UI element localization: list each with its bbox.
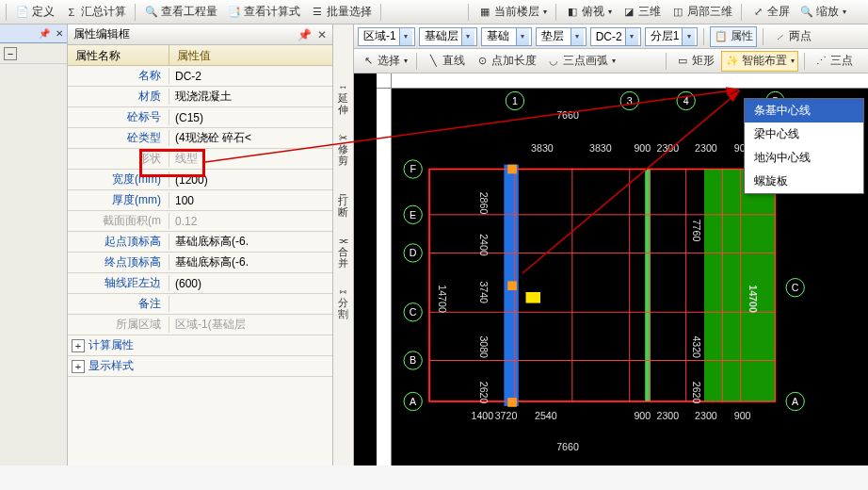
property-panel: 属性编辑框 📌✕ 属性名称 属性值 名称DC-2材质现浇混凝土砼标号(C15)砼… [68, 24, 333, 466]
prop-value[interactable]: 100 [169, 194, 332, 207]
property-row[interactable]: 材质现浇混凝土 [68, 87, 332, 107]
vtool-extend[interactable]: ↔延伸 [333, 81, 353, 115]
btn-property[interactable]: 📋属性 [710, 26, 757, 47]
svg-text:2300: 2300 [695, 410, 717, 421]
batch-icon: ☰ [310, 5, 325, 20]
btn-smart[interactable]: ✨智能布置▾ [721, 51, 798, 72]
prop-value[interactable]: (600) [169, 277, 332, 290]
svg-text:7760: 7760 [691, 220, 702, 242]
btn-line[interactable]: ╲直线 [423, 51, 468, 72]
vtool-break[interactable]: ⎯打断 [333, 184, 353, 218]
menu-item-lzxx[interactable]: 梁中心线 [745, 122, 863, 146]
btn-3pt[interactable]: ⋰三点 [811, 51, 856, 72]
prop-value[interactable]: 基础底标高(-6. [169, 234, 332, 250]
svg-rect-45 [507, 165, 517, 174]
prop-label: 砼类型 [68, 130, 169, 146]
property-rows: 名称DC-2材质现浇混凝土砼标号(C15)砼类型(4现浇砼 碎石<形状线型宽度(… [68, 66, 332, 335]
menu-item-dgzxx[interactable]: 地沟中心线 [745, 146, 863, 170]
combo-dc2[interactable]: DC-2▾ [590, 27, 641, 46]
prop-label: 形状 [68, 151, 169, 167]
svg-point-32 [404, 392, 422, 410]
svg-text:3740: 3740 [478, 281, 490, 303]
prop-value[interactable]: 0.12 [169, 215, 332, 228]
cube-icon: ◪ [621, 5, 636, 20]
svg-text:2620: 2620 [478, 382, 490, 404]
close-icon[interactable]: ✕ [56, 28, 63, 39]
prop-value[interactable]: DC-2 [169, 70, 332, 83]
pin-icon[interactable]: 📌 [297, 28, 312, 41]
prop-icon: 📋 [714, 29, 729, 44]
tree-calc[interactable]: +计算属性 [68, 335, 332, 356]
combo-basement[interactable]: 基础层▾ [419, 27, 477, 46]
col-value: 属性值 [169, 45, 332, 65]
prop-value[interactable]: (1200) [169, 173, 332, 187]
pin-icon[interactable]: 📌 [39, 28, 50, 39]
btn-zoom[interactable]: 🔍缩放▾ [796, 2, 849, 23]
fullscreen-icon: ⤢ [750, 5, 765, 20]
btn-formula[interactable]: 📑查看计算式 [224, 2, 303, 23]
btn-local3d[interactable]: ◫局部三维 [667, 2, 735, 23]
vtool-split[interactable]: ⑅分割 [333, 286, 353, 319]
property-row[interactable]: 备注 [68, 294, 332, 315]
prop-label: 终点顶标高 [68, 254, 169, 270]
property-row[interactable]: 砼类型(4现浇砼 碎石< [68, 128, 332, 149]
menu-item-lxb[interactable]: 螺旋板 [745, 170, 863, 193]
toolbar-layer: 区域-1▾ 基础层▾ 基础▾ 垫层▾ DC-2▾ 分层1▾ 📋属性 ⟋两点 [354, 24, 868, 49]
toolbar-main: 📄定义 Σ汇总计算 🔍查看工程量 📑查看计算式 ☰批量选择 ▦当前楼层▾ ◧俯视… [0, 0, 868, 24]
property-row[interactable]: 砼标号(C15) [68, 107, 332, 128]
formula-icon: 📑 [227, 5, 242, 20]
prop-value[interactable]: 线型 [169, 151, 332, 167]
combo-cushion[interactable]: 垫层▾ [536, 27, 587, 46]
property-row[interactable]: 截面面积(m0.12 [68, 211, 332, 232]
svg-text:A: A [792, 396, 799, 407]
btn-sumcalc[interactable]: Σ汇总计算 [61, 2, 129, 23]
menu-item-tjzxx[interactable]: 条基中心线 [745, 99, 863, 122]
svg-rect-46 [507, 281, 517, 290]
svg-text:4320: 4320 [691, 335, 702, 358]
btn-curfloor[interactable]: ▦当前楼层▾ [474, 2, 550, 23]
property-row[interactable]: 起点顶标高基础底标高(-6. [68, 232, 332, 253]
expand-icon[interactable]: + [72, 339, 85, 352]
prop-label: 材质 [68, 89, 169, 105]
btn-extend[interactable]: ⊙点加长度 [472, 51, 539, 72]
btn-arc[interactable]: ◡三点画弧▾ [543, 51, 619, 72]
prop-value[interactable]: (4现浇砼 碎石< [169, 130, 332, 146]
svg-text:A: A [410, 396, 417, 407]
property-row[interactable]: 厚度(mm)100 [68, 190, 332, 211]
prop-label: 厚度(mm) [68, 192, 169, 208]
prop-value[interactable]: (C15) [169, 111, 332, 124]
property-row[interactable]: 宽度(mm)(1200) [68, 170, 332, 190]
combo-foundation[interactable]: 基础▾ [481, 27, 532, 46]
vtool-trim[interactable]: ✂修剪 [333, 132, 353, 166]
btn-twopt[interactable]: ⟋两点 [769, 26, 814, 47]
smart-dropdown[interactable]: 条基中心线 梁中心线 地沟中心线 螺旋板 [744, 98, 864, 194]
btn-batch[interactable]: ☰批量选择 [307, 2, 375, 23]
property-row[interactable]: 终点顶标高基础底标高(-6. [68, 253, 332, 273]
combo-region[interactable]: 区域-1▾ [358, 27, 415, 46]
tree-display[interactable]: +显示样式 [68, 356, 332, 377]
btn-qty[interactable]: 🔍查看工程量 [141, 2, 220, 23]
main-layout: 📌 ✕ − 属性编辑框 📌✕ 属性名称 属性值 名称DC-2材质现浇混凝土砼标号… [0, 24, 868, 466]
col-name: 属性名称 [68, 45, 169, 65]
property-row[interactable]: 形状线型 [68, 149, 332, 170]
btn-full[interactable]: ⤢全屏 [747, 2, 793, 23]
btn-3d[interactable]: ◪三维 [619, 2, 664, 23]
svg-point-30 [404, 303, 422, 321]
property-row[interactable]: 所属区域区域-1(基础层 [68, 315, 332, 335]
expand-icon[interactable]: + [72, 360, 85, 373]
combo-sub1[interactable]: 分层1▾ [645, 27, 699, 46]
btn-define[interactable]: 📄定义 [12, 2, 57, 23]
btn-select[interactable]: ↖选择▾ [358, 51, 410, 72]
vtool-merge[interactable]: ⫘合并 [333, 235, 353, 269]
property-row[interactable]: 轴线距左边(600) [68, 273, 332, 294]
svg-text:7660: 7660 [556, 441, 579, 452]
btn-ortho[interactable]: ◧俯视▾ [562, 2, 615, 23]
prop-value[interactable]: 现浇混凝土 [169, 89, 332, 105]
prop-label: 起点顶标高 [68, 234, 169, 250]
prop-value[interactable]: 区域-1(基础层 [169, 317, 332, 333]
close-icon[interactable]: ✕ [317, 28, 327, 41]
prop-value[interactable]: 基础底标高(-6. [169, 254, 332, 270]
property-row[interactable]: 名称DC-2 [68, 66, 332, 87]
btn-rect[interactable]: ▭矩形 [672, 51, 717, 72]
svg-text:F: F [410, 163, 416, 174]
